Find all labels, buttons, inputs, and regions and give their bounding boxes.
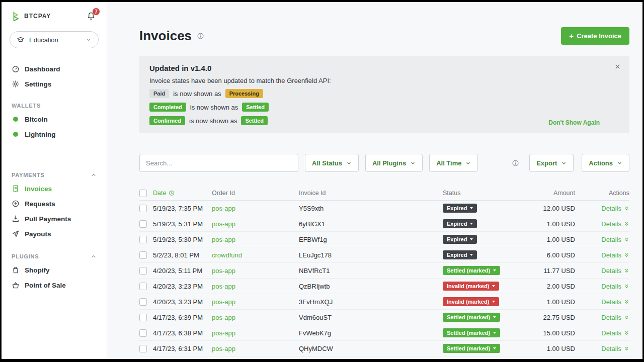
plus-icon: + bbox=[569, 32, 574, 40]
nav-label: Point of Sale bbox=[25, 282, 66, 289]
sidebar-item-shopify[interactable]: Shopify bbox=[2, 262, 107, 278]
status-badge-dropdown[interactable]: Invalid (marked) bbox=[443, 297, 499, 306]
double-chevron-down-icon bbox=[624, 346, 629, 351]
status-badge-dropdown[interactable]: Expired bbox=[443, 204, 477, 213]
caret-down-icon bbox=[493, 269, 496, 272]
sort-by-date[interactable]: Date bbox=[153, 190, 175, 197]
notifications-button[interactable]: 7 bbox=[87, 12, 96, 21]
order-id-link[interactable]: pos-app bbox=[212, 205, 235, 212]
column-header-order-id[interactable]: Order Id bbox=[212, 190, 299, 197]
status-badge-dropdown[interactable]: Expired bbox=[443, 250, 477, 259]
row-checkbox[interactable] bbox=[139, 298, 147, 306]
bitcoin-status-dot bbox=[12, 115, 20, 123]
create-invoice-button[interactable]: + Create Invoice bbox=[561, 27, 629, 45]
status-badge-dropdown[interactable]: Invalid (marked) bbox=[443, 282, 499, 291]
toolbar-info-icon[interactable] bbox=[512, 159, 519, 167]
row-checkbox[interactable] bbox=[139, 205, 147, 212]
table-row: 5/2/23, 8:01 PM crowdfund LEuJgc178 Expi… bbox=[139, 247, 629, 263]
table-row: 4/20/23, 3:23 PM pos-app 3FvHmXQJ Invali… bbox=[139, 294, 629, 310]
nav-label: Requests bbox=[25, 200, 55, 208]
section-title: WALLETS bbox=[12, 103, 41, 109]
time-filter-dropdown[interactable]: All Time bbox=[429, 154, 478, 172]
actions-dropdown[interactable]: Actions bbox=[582, 154, 629, 172]
details-toggle[interactable]: Details bbox=[601, 251, 629, 259]
banner-description: Invoice states have been updated to matc… bbox=[149, 77, 619, 84]
sidebar-item-invoices[interactable]: Invoices bbox=[2, 181, 107, 196]
store-selector[interactable]: Education bbox=[10, 31, 99, 48]
invoice-id: QHyMDCW bbox=[299, 345, 443, 352]
sidebar-item-settings[interactable]: Settings bbox=[2, 76, 107, 92]
invoice-date: 4/17/23, 6:39 PM bbox=[153, 314, 212, 321]
row-checkbox[interactable] bbox=[139, 345, 147, 352]
status-badge-dropdown[interactable]: Expired bbox=[443, 235, 477, 244]
close-icon[interactable] bbox=[614, 63, 621, 70]
caret-down-icon bbox=[470, 238, 473, 240]
row-checkbox[interactable] bbox=[139, 236, 147, 243]
chevron-up-icon bbox=[91, 172, 97, 178]
order-id-link[interactable]: pos-app bbox=[212, 298, 235, 306]
update-banner: Updated in v1.4.0 Invoice states have be… bbox=[139, 56, 629, 133]
row-checkbox[interactable] bbox=[139, 329, 147, 337]
order-id-link[interactable]: pos-app bbox=[212, 314, 235, 321]
details-toggle[interactable]: Details bbox=[601, 267, 629, 275]
sidebar-item-bitcoin[interactable]: Bitcoin bbox=[2, 112, 107, 127]
details-toggle[interactable]: Details bbox=[601, 205, 629, 212]
invoice-toolbar: All Status All Plugins All Time Export A… bbox=[139, 154, 629, 172]
caret-down-icon bbox=[492, 301, 495, 303]
details-toggle[interactable]: Details bbox=[601, 314, 629, 321]
order-id-link[interactable]: pos-app bbox=[212, 283, 235, 290]
section-payments[interactable]: PAYMENTS bbox=[2, 168, 107, 181]
caret-down-icon bbox=[470, 223, 473, 225]
gear-icon bbox=[12, 80, 20, 88]
btcpay-logo[interactable]: BTCPAY bbox=[12, 11, 51, 22]
order-id-link[interactable]: pos-app bbox=[212, 329, 235, 337]
column-header-invoice-id[interactable]: Invoice Id bbox=[299, 190, 443, 197]
status-badge-dropdown[interactable]: Settled (marked) bbox=[443, 266, 500, 275]
details-toggle[interactable]: Details bbox=[601, 329, 629, 337]
row-checkbox[interactable] bbox=[139, 220, 147, 228]
plugins-filter-dropdown[interactable]: All Plugins bbox=[365, 154, 423, 172]
row-checkbox[interactable] bbox=[139, 267, 147, 275]
status-badge-dropdown[interactable]: Settled (marked) bbox=[443, 313, 500, 322]
order-id-link[interactable]: pos-app bbox=[212, 236, 235, 243]
row-checkbox[interactable] bbox=[139, 251, 147, 259]
page-title-info-icon[interactable] bbox=[197, 32, 204, 40]
old-state-badge: Confirmed bbox=[149, 116, 185, 125]
status-badge-dropdown[interactable]: Settled (marked) bbox=[443, 344, 500, 353]
order-id-link[interactable]: pos-app bbox=[212, 267, 235, 275]
chevron-down-icon bbox=[346, 160, 352, 166]
order-id-link[interactable]: crowdfund bbox=[212, 251, 242, 259]
status-filter-dropdown[interactable]: All Status bbox=[305, 154, 359, 172]
sidebar-item-dashboard[interactable]: Dashboard bbox=[2, 61, 107, 76]
dont-show-again-link[interactable]: Don't Show Again bbox=[548, 119, 600, 126]
row-checkbox[interactable] bbox=[139, 283, 147, 290]
details-toggle[interactable]: Details bbox=[601, 283, 629, 290]
invoice-id: QzBRIjwtb bbox=[299, 283, 443, 290]
sidebar-item-point-of-sale[interactable]: Point of Sale bbox=[2, 278, 107, 293]
sidebar-item-pull-payments[interactable]: Pull Payments bbox=[2, 211, 107, 226]
select-all-checkbox[interactable] bbox=[139, 190, 147, 197]
sidebar-item-payouts[interactable]: Payouts bbox=[2, 226, 107, 241]
column-header-status[interactable]: Status bbox=[443, 190, 530, 197]
invoice-date: 4/20/23, 5:11 PM bbox=[153, 267, 212, 275]
order-id-link[interactable]: pos-app bbox=[212, 345, 235, 352]
invoice-amount: 15.00 USD bbox=[530, 329, 575, 337]
sidebar-item-requests[interactable]: Requests bbox=[2, 196, 107, 211]
export-dropdown[interactable]: Export bbox=[529, 154, 574, 172]
details-toggle[interactable]: Details bbox=[601, 220, 629, 228]
table-row: 4/17/23, 6:39 PM pos-app Vdm6ouST Settle… bbox=[139, 310, 629, 325]
table-row: 4/20/23, 3:23 PM pos-app QzBRIjwtb Inval… bbox=[139, 279, 629, 294]
details-toggle[interactable]: Details bbox=[601, 345, 629, 352]
details-toggle[interactable]: Details bbox=[601, 298, 629, 306]
details-toggle[interactable]: Details bbox=[601, 236, 629, 243]
search-input[interactable] bbox=[139, 154, 298, 172]
section-plugins[interactable]: PLUGINS bbox=[2, 249, 107, 262]
order-id-link[interactable]: pos-app bbox=[212, 220, 235, 228]
mapping-text: is now shown as bbox=[173, 90, 221, 98]
status-badge-dropdown[interactable]: Settled (marked) bbox=[443, 328, 500, 337]
column-header-amount[interactable]: Amount bbox=[530, 190, 575, 197]
sidebar-item-lightning[interactable]: Lightning bbox=[2, 127, 107, 142]
chevron-down-icon bbox=[561, 160, 567, 166]
row-checkbox[interactable] bbox=[139, 314, 147, 321]
status-badge-dropdown[interactable]: Expired bbox=[443, 219, 477, 228]
